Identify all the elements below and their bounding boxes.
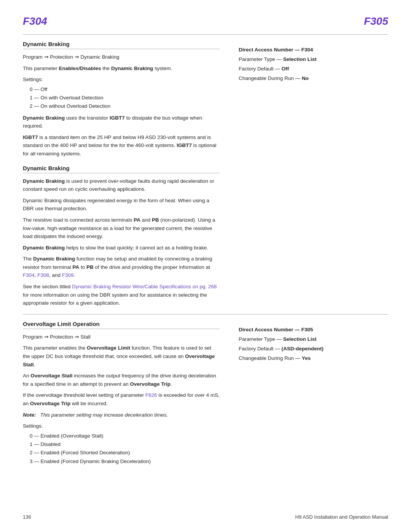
note-bold: Note:: [23, 412, 36, 418]
meta1-changeable: Changeable During Run — No: [239, 75, 388, 83]
meta1-block: Direct Access Number — F304 Parameter Ty…: [239, 46, 388, 83]
meta1-access-label: Direct Access Number —: [239, 47, 301, 53]
pb-bold: PB: [152, 217, 159, 223]
section1-breadcrumb: Program ⇒ Protection ⇒ Dynamic Braking: [23, 53, 220, 61]
meta1-changeable-label: Changeable During Run —: [239, 75, 302, 81]
section2-right: [231, 165, 388, 314]
meta2-access-label: Direct Access Number —: [239, 327, 301, 332]
overvoltage-trip-bold2: Overvoltage Trip: [30, 401, 71, 406]
section3-breadcrumb: Program ⇒ Protection ⇒ Stall: [23, 333, 220, 341]
settings-label-1: Settings:: [23, 75, 220, 84]
section2-title: Dynamic Braking: [23, 165, 220, 173]
header-left: F304: [23, 15, 47, 27]
list-item: 2 — On without Overload Detection: [30, 102, 220, 110]
section1-container: Dynamic Braking Program ⇒ Protection ⇒ D…: [23, 35, 388, 165]
f626-link[interactable]: F626: [145, 392, 157, 398]
settings-label-3: Settings:: [23, 422, 220, 430]
settings-list-1: 0 — Off 1 — On with Overload Detection 2…: [30, 85, 220, 111]
list-item: 1 — On with Overload Detection: [30, 94, 220, 102]
pa-bold: PA: [134, 217, 140, 223]
section2-para3: The resistive load is connected across t…: [23, 216, 220, 241]
f309-link[interactable]: F309: [62, 272, 74, 278]
section3-meta: Direct Access Number — F305 Parameter Ty…: [231, 315, 388, 473]
dbr-link[interactable]: Dynamic Braking Resistor Wire/Cable Spec…: [72, 284, 217, 289]
igbt7-bold2: IGBT7: [23, 134, 38, 140]
section2-para2: Dynamic Braking dissipates regenerated e…: [23, 197, 220, 213]
list-item: 1 — Disabled: [30, 440, 220, 449]
meta2-changeable-value: Yes: [302, 355, 311, 361]
meta1-access: Direct Access Number — F304: [239, 46, 388, 54]
list-item: 0 — Off: [30, 85, 220, 94]
section2-left: Dynamic Braking Dynamic Braking is used …: [23, 165, 231, 314]
section1-meta: Direct Access Number — F304 Parameter Ty…: [231, 35, 388, 165]
dynamic-braking-bold2: Dynamic Braking: [23, 115, 65, 121]
breadcrumb1: Program ⇒ Protection ⇒ Dynamic Braking: [23, 54, 119, 60]
overvoltage-stall-bold: Overvoltage Stall: [23, 353, 215, 367]
pb-bold2: PB: [86, 264, 94, 270]
header-right: F305: [364, 15, 388, 27]
meta1-default: Factory Default — Off: [239, 65, 388, 73]
f308-link[interactable]: F308: [37, 272, 49, 278]
meta1-default-value: Off: [282, 66, 289, 72]
list-item: 3 — Enabled (Forced Dynamic Braking Dece…: [30, 457, 220, 466]
settings-list-3: 0 — Enabled (Overvoltage Stall) 1 — Disa…: [30, 432, 220, 466]
f304-link[interactable]: F304: [23, 272, 35, 278]
section3-container: Overvoltage Limit Operation Program ⇒ Pr…: [23, 315, 388, 473]
meta2-access-value: F305: [301, 327, 313, 332]
dynamic-braking-bold: Dynamic Braking: [111, 66, 153, 71]
header-row: F304 F305: [23, 15, 388, 27]
section3-left: Overvoltage Limit Operation Program ⇒ Pr…: [23, 315, 231, 473]
enables-disables: Enables/Disables: [59, 66, 101, 71]
section2-para6: See the section titled Dynamic Braking R…: [23, 283, 220, 307]
pa-bold2: PA: [73, 264, 80, 270]
section1-title: Dynamic Braking: [23, 41, 220, 49]
section1-para1: Dynamic Braking uses the transistor IGBT…: [23, 114, 220, 130]
overvoltage-trip-bold: Overvoltage Trip: [130, 381, 170, 387]
page: F304 F305 Dynamic Braking Program ⇒ Prot…: [0, 0, 411, 532]
overvoltage-stall-bold2: Overvoltage Stall: [30, 373, 72, 379]
meta2-default-value: (ASD-dependent): [282, 346, 323, 351]
meta2-block: Direct Access Number — F305 Parameter Ty…: [239, 326, 388, 363]
meta2-changeable: Changeable During Run — Yes: [239, 355, 388, 363]
dynamic-braking-s2-bold: Dynamic Braking: [23, 178, 65, 184]
meta2-default: Factory Default — (ASD-dependent): [239, 345, 388, 353]
note-label: Note: This parameter setting may increas…: [23, 412, 168, 418]
meta2-type: Parameter Type — Selection List: [239, 335, 388, 343]
meta1-type-value: Selection List: [283, 56, 317, 62]
meta1-default-label: Factory Default —: [239, 66, 282, 72]
section1-para2: IGBT7 is a standard item on the 25 HP an…: [23, 133, 220, 158]
section3-title: Overvoltage Limit Operation: [23, 321, 220, 329]
igbt7-bold: IGBT7: [110, 115, 125, 121]
section2-para5: The Dynamic Braking function may be setu…: [23, 255, 220, 280]
meta2-access: Direct Access Number — F305: [239, 326, 388, 334]
section2-container: Dynamic Braking Dynamic Braking is used …: [23, 165, 388, 314]
meta1-type: Parameter Type — Selection List: [239, 56, 388, 64]
footer-right: H9 ASD Installation and Operation Manual: [295, 514, 388, 520]
section3-note: Note: This parameter setting may increas…: [23, 411, 220, 419]
footer-row: 136 H9 ASD Installation and Operation Ma…: [23, 514, 388, 520]
section1-intro: This parameter Enables/Disables the Dyna…: [23, 64, 220, 73]
footer-left: 136: [23, 514, 31, 520]
meta1-type-label: Parameter Type —: [239, 56, 283, 62]
meta1-changeable-value: No: [302, 75, 309, 81]
igbt7-bold3: IGBT7: [177, 142, 192, 148]
meta2-type-label: Parameter Type —: [239, 336, 283, 342]
meta2-type-value: Selection List: [283, 336, 317, 342]
dynamic-braking-s2-bold3: Dynamic Braking: [33, 256, 75, 262]
section3-para1: This parameter enables the Overvoltage L…: [23, 344, 220, 369]
meta1-access-value: F304: [301, 47, 313, 53]
section2-para1: Dynamic Braking is used to prevent over-…: [23, 177, 220, 193]
list-item: 2 — Enabled (Forced Shorted Deceleration…: [30, 449, 220, 457]
overvoltage-limit-bold: Overvoltage Limit: [87, 345, 130, 351]
dynamic-braking-s2-bold2: Dynamic Braking: [23, 245, 65, 251]
list-item: 0 — Enabled (Overvoltage Stall): [30, 432, 220, 440]
meta2-changeable-label: Changeable During Run —: [239, 355, 302, 361]
section3-para2: An Overvoltage Stall increases the outpu…: [23, 372, 220, 388]
section1-left: Dynamic Braking Program ⇒ Protection ⇒ D…: [23, 35, 231, 165]
section3-para3: If the overvoltage threshold level setti…: [23, 391, 220, 407]
section2-para4: Dynamic Braking helps to slow the load q…: [23, 244, 220, 252]
meta2-default-label: Factory Default —: [239, 346, 282, 351]
